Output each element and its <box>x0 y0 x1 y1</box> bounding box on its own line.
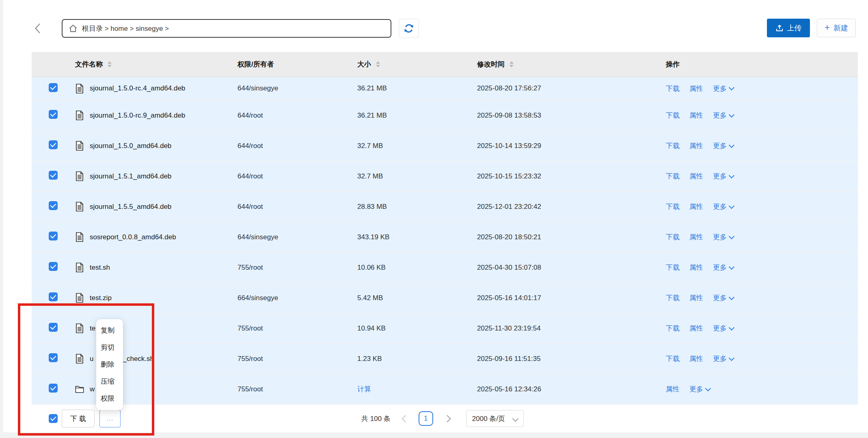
more-link[interactable]: 更多 <box>713 324 734 333</box>
back-button[interactable] <box>32 23 45 35</box>
file-name-fragment: u <box>90 355 93 363</box>
row-checkbox[interactable] <box>49 171 58 180</box>
prev-page-icon[interactable] <box>402 415 409 422</box>
properties-link[interactable]: 属性 <box>689 232 703 242</box>
table-row[interactable]: sjournal_1.5.0-rc.9_amd64.deb644/root36.… <box>32 101 858 131</box>
cell-actions: 下载属性更多 <box>666 172 858 181</box>
batch-more-button[interactable]: ... <box>99 410 121 427</box>
cell-actions: 下载属性更多 <box>666 263 858 272</box>
properties-link[interactable]: 属性 <box>689 324 703 333</box>
more-link[interactable]: 更多 <box>713 232 734 242</box>
batch-download-button[interactable]: 下 载 <box>62 410 95 427</box>
download-link[interactable]: 下载 <box>666 354 680 363</box>
more-link[interactable]: 更多 <box>713 354 734 363</box>
context-menu-item[interactable]: 复制 <box>96 322 123 339</box>
row-checkbox[interactable] <box>49 83 58 92</box>
table-row[interactable]: sjournal_1.5.5_amd64.deb644/root28.83 MB… <box>32 192 858 222</box>
context-menu-item[interactable]: 删除 <box>96 356 123 373</box>
row-checkbox[interactable] <box>49 110 58 119</box>
cell-actions: 下载属性更多 <box>666 202 858 211</box>
plus-icon: + <box>825 23 830 32</box>
cell-checkbox <box>32 83 75 94</box>
chevron-down-icon <box>729 294 734 300</box>
refresh-button[interactable] <box>399 19 419 38</box>
next-page-icon[interactable] <box>443 415 451 422</box>
table-row[interactable]: sosreport_0.0.8_amd64.deb644/sinsegye343… <box>32 222 858 253</box>
properties-link[interactable]: 属性 <box>666 384 680 394</box>
upload-button-label: 上传 <box>787 23 802 33</box>
cell-actions: 下载属性更多 <box>666 111 858 120</box>
download-link[interactable]: 下载 <box>666 172 680 181</box>
more-link[interactable]: 更多 <box>713 172 734 181</box>
file-permission-owner: 755/root <box>238 385 357 393</box>
upload-button[interactable]: 上传 <box>767 19 810 37</box>
table-header: 文件名称 权限/所有者 大小 修改时间 操 <box>32 52 858 77</box>
sort-icon[interactable] <box>108 61 112 67</box>
download-link[interactable]: 下载 <box>666 263 680 272</box>
breadcrumb: 根目录 > home > sinsegye > <box>82 24 169 33</box>
file-name: sjournal_1.5.0-rc.4_amd64.deb <box>90 84 185 92</box>
table-row[interactable]: sjournal_1.5.1_amd64.deb644/root32.7 MB2… <box>32 161 858 192</box>
file-permission-owner: 644/sinsegye <box>238 84 357 92</box>
table-row[interactable]: test.sh755/root10.06 KB2025-04-30 15:07:… <box>32 253 858 283</box>
download-link[interactable]: 下载 <box>666 232 680 242</box>
more-link[interactable]: 更多 <box>713 141 734 150</box>
download-link[interactable]: 下载 <box>666 141 680 150</box>
more-link[interactable]: 更多 <box>713 263 734 272</box>
row-checkbox[interactable] <box>49 262 58 271</box>
chevron-down-icon <box>729 85 734 90</box>
properties-link[interactable]: 属性 <box>689 202 703 211</box>
file-permission-owner: 755/root <box>238 355 357 363</box>
select-all-checkbox[interactable] <box>49 414 58 423</box>
new-button-label: 新建 <box>833 23 848 33</box>
more-link[interactable]: 更多 <box>713 111 734 120</box>
properties-link[interactable]: 属性 <box>689 354 703 363</box>
row-checkbox[interactable] <box>49 353 58 362</box>
path-input[interactable]: 根目录 > home > sinsegye > <box>62 19 391 38</box>
file-size: 28.83 MB <box>357 203 477 211</box>
page-number-button[interactable]: 1 <box>419 411 433 426</box>
page-size-select[interactable]: 2000 条/页 <box>466 410 524 427</box>
file-icon <box>75 84 84 94</box>
more-link[interactable]: 更多 <box>689 384 710 394</box>
table-row[interactable]: te755/root10.94 KB2025-11-30 23:19:54下载属… <box>32 313 858 344</box>
properties-link[interactable]: 属性 <box>689 141 703 150</box>
table-row[interactable]: u_check.sh755/root1.23 KB2025-09-16 11:5… <box>32 344 858 374</box>
file-modified-time: 2025-09-08 13:58:53 <box>477 112 666 120</box>
table-row[interactable]: sjournal_1.5.0-rc.4_amd64.deb644/sinsegy… <box>32 77 858 101</box>
row-checkbox[interactable] <box>49 140 58 149</box>
row-checkbox[interactable] <box>49 384 58 393</box>
context-menu-item[interactable]: 剪切 <box>96 339 123 356</box>
calculate-size-link[interactable]: 计算 <box>357 384 371 394</box>
cell-file-name: sjournal_1.5.1_amd64.deb <box>75 171 238 181</box>
more-link[interactable]: 更多 <box>713 293 734 303</box>
file-modified-time: 2025-05-16 12:34:26 <box>477 385 666 393</box>
download-link[interactable]: 下载 <box>666 111 680 120</box>
sort-icon[interactable] <box>376 61 380 67</box>
download-link[interactable]: 下载 <box>666 324 680 333</box>
table-row[interactable]: sjournal_1.5.0_amd64.deb644/root32.7 MB2… <box>32 131 858 161</box>
download-link[interactable]: 下载 <box>666 293 680 303</box>
more-link[interactable]: 更多 <box>713 84 734 93</box>
row-checkbox[interactable] <box>49 232 58 240</box>
download-link[interactable]: 下载 <box>666 84 680 93</box>
properties-link[interactable]: 属性 <box>689 84 703 93</box>
row-checkbox[interactable] <box>49 323 58 332</box>
properties-link[interactable]: 属性 <box>689 263 703 272</box>
row-checkbox[interactable] <box>49 292 58 301</box>
table-row[interactable]: w755/root计算2025-05-16 12:34:26属性更多 <box>32 374 858 405</box>
properties-link[interactable]: 属性 <box>689 293 703 303</box>
sort-icon[interactable] <box>510 61 514 67</box>
properties-link[interactable]: 属性 <box>689 172 703 181</box>
context-menu-item[interactable]: 权限 <box>96 390 123 407</box>
file-size: 计算 <box>357 384 477 394</box>
new-button[interactable]: + 新建 <box>817 19 856 37</box>
chevron-down-icon <box>729 203 734 208</box>
row-checkbox[interactable] <box>49 201 58 210</box>
properties-link[interactable]: 属性 <box>689 111 703 120</box>
chevron-left-icon <box>32 23 43 34</box>
context-menu-item[interactable]: 压缩 <box>96 373 123 390</box>
table-row[interactable]: test.zip664/sinsegye5.42 MB2025-05-16 14… <box>32 283 858 313</box>
download-link[interactable]: 下载 <box>666 202 680 211</box>
more-link[interactable]: 更多 <box>713 202 734 211</box>
